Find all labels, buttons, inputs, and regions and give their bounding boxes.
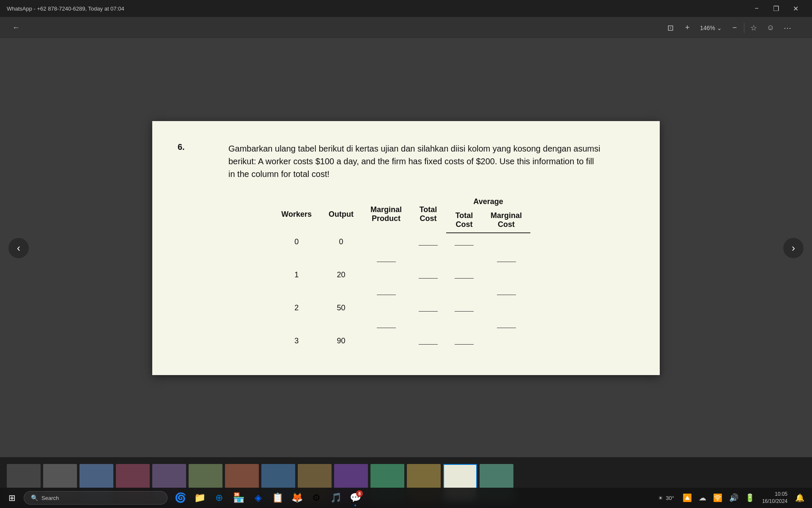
cell-workers-1: 1: [273, 266, 320, 284]
restore-button[interactable]: ❐: [766, 0, 786, 17]
table-row: 2 50: [273, 299, 530, 317]
taskbar-app-explorer[interactable]: 📁: [190, 489, 209, 507]
blank-atc-3: [455, 344, 474, 345]
table-row: 3 90: [273, 332, 530, 350]
cell-mp-0: [362, 233, 410, 251]
taskbar-app-edge[interactable]: ⊕: [210, 489, 228, 507]
spotify-icon: 🎵: [330, 492, 342, 503]
cell-mp-1: [362, 266, 410, 284]
col-average-header: Average: [446, 194, 530, 208]
table-row-between-1-2: [273, 284, 530, 299]
battery-icon[interactable]: 🔋: [743, 491, 757, 504]
search-placeholder: Search: [41, 495, 59, 501]
col-total-cost: TotalCost: [410, 194, 446, 233]
cell-workers-2: 2: [273, 299, 320, 317]
cell-tc-0: [410, 233, 446, 251]
clock-date: 16/10/2024: [762, 498, 787, 505]
taskbar-apps: 🌀 📁 ⊕ 🏪 ◈ 📋 🦊 ⚙ 🎵 💬 8: [171, 489, 654, 507]
blank-tc-2: [419, 311, 438, 312]
next-image-button[interactable]: ›: [783, 238, 804, 258]
start-button[interactable]: ⊞: [0, 488, 24, 508]
cell-mc-1-2: [482, 284, 530, 299]
explorer-icon: 📁: [194, 492, 206, 503]
cell-mp-1-2: [362, 284, 410, 299]
table-row: 0 0: [273, 233, 530, 251]
taskbar-app-dropbox[interactable]: ◈: [249, 489, 267, 507]
clock-time: 10:05: [762, 491, 787, 498]
weather-icon: ☀: [658, 495, 663, 501]
table-header-row: Workers Output MarginalProduct TotalCost…: [273, 194, 530, 208]
taskbar-app-amazon[interactable]: 📋: [268, 489, 287, 507]
col-output: Output: [320, 194, 362, 233]
volume-icon[interactable]: 🔊: [727, 491, 741, 504]
firefox-icon: 🦊: [291, 492, 303, 503]
table-row-between-2-3: [273, 317, 530, 332]
zoom-in-button[interactable]: +: [680, 20, 695, 36]
cell-workers-3: 3: [273, 332, 320, 350]
taskbar-right: ☀ 30° 🔼 ☁ 🛜 🔊 🔋 10:05 16/10/2024 🔔: [654, 489, 812, 507]
bookmark-icon: ☆: [750, 23, 757, 33]
edge-icon: ⊕: [215, 492, 223, 503]
cell-mc-0: [482, 233, 530, 251]
cell-mc-1: [482, 266, 530, 284]
window-title: WhatsApp - +62 878-7240-6289, Today at 0…: [7, 6, 124, 12]
system-tray-chevron[interactable]: 🔼: [680, 491, 694, 504]
weather-widget[interactable]: ☀ 30°: [654, 493, 678, 503]
blank-atc-1: [455, 278, 474, 279]
weather-temp: 30°: [666, 495, 674, 501]
cell-atc-2: [446, 299, 482, 317]
emoji-icon: ☺: [767, 23, 774, 32]
bookmark-button[interactable]: ☆: [746, 20, 761, 36]
cell-mp-2: [362, 299, 410, 317]
cell-tc-3: [410, 332, 446, 350]
cortana-icon: 🌀: [175, 492, 186, 503]
col-marginal-product: MarginalProduct: [362, 194, 410, 233]
table-row: 1 20: [273, 266, 530, 284]
table-row-between-0-1: [273, 251, 530, 266]
cell-output-1: 20: [320, 266, 362, 284]
main-content: ‹ 6. Gambarkan ulang tabel berikut di ke…: [0, 39, 812, 457]
prev-image-button[interactable]: ‹: [8, 238, 29, 258]
minimize-button[interactable]: −: [747, 0, 766, 17]
back-button[interactable]: ←: [8, 20, 24, 36]
zoom-level-display[interactable]: 146% ⌄: [697, 23, 725, 33]
blank-atc-0: [455, 245, 474, 246]
cell-output-3: 90: [320, 332, 362, 350]
col-workers: Workers: [273, 194, 320, 233]
cell-mp-3: [362, 332, 410, 350]
taskbar-app-whatsapp[interactable]: 💬 8: [346, 489, 365, 507]
taskbar-app-store[interactable]: 🏪: [229, 489, 248, 507]
dropbox-icon: ◈: [255, 492, 262, 503]
question-number: 6.: [178, 142, 185, 152]
taskbar-clock[interactable]: 10:05 16/10/2024: [759, 489, 791, 507]
search-icon: 🔍: [31, 494, 38, 501]
taskbar-app-cortana[interactable]: 🌀: [171, 489, 189, 507]
zoom-out-button[interactable]: −: [727, 20, 742, 36]
chrome-icon: ⚙: [312, 492, 321, 503]
cell-tc-1: [410, 266, 446, 284]
taskbar-app-spotify[interactable]: 🎵: [326, 489, 345, 507]
notification-icon[interactable]: 🔔: [793, 491, 807, 504]
reader-view-button[interactable]: ⊡: [663, 20, 678, 36]
cloud-icon[interactable]: ☁: [696, 491, 709, 504]
more-icon: ⋯: [784, 23, 791, 33]
col-marginal-cost: MarginalCost: [482, 208, 530, 233]
cell-mc-2: [482, 299, 530, 317]
reader-icon: ⊡: [667, 23, 674, 33]
wifi-icon[interactable]: 🛜: [710, 491, 725, 504]
taskbar-search-box[interactable]: 🔍 Search: [24, 491, 167, 505]
cell-mc-0-1: [482, 251, 530, 266]
document: 6. Gambarkan ulang tabel berikut di kert…: [152, 121, 660, 375]
close-button[interactable]: ✕: [786, 0, 805, 17]
cell-tc-2: [410, 299, 446, 317]
economics-table: Workers Output MarginalProduct TotalCost…: [273, 194, 530, 350]
emoji-button[interactable]: ☺: [763, 20, 778, 36]
cell-atc-3: [446, 332, 482, 350]
col-avg-total-cost: TotalCost: [446, 208, 482, 233]
more-button[interactable]: ⋯: [780, 20, 795, 36]
zoom-in-icon: +: [685, 23, 690, 32]
taskbar-app-firefox[interactable]: 🦊: [288, 489, 306, 507]
taskbar-app-chrome[interactable]: ⚙: [307, 489, 326, 507]
blank-tc-1: [419, 278, 438, 279]
cell-output-0: 0: [320, 233, 362, 251]
